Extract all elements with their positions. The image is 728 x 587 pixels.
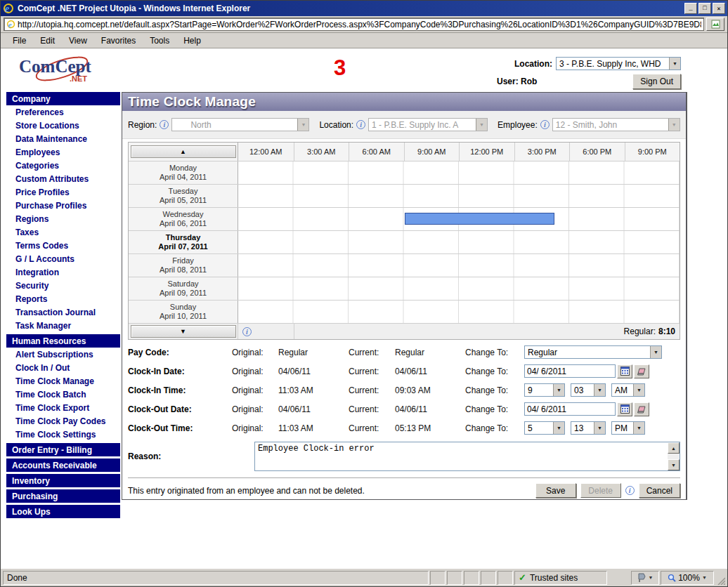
- time-header: 12:00 AM: [238, 143, 294, 161]
- magnifier-icon: [668, 574, 676, 582]
- clock-in-date-clear-button[interactable]: [634, 364, 649, 378]
- location-value: 1 - P.B.E. Supply Inc. A: [369, 120, 476, 130]
- menu-edit[interactable]: Edit: [34, 34, 61, 47]
- menu-view[interactable]: View: [63, 34, 93, 47]
- sidebar-item-data-maintenance[interactable]: Data Maintenance: [6, 132, 120, 145]
- sidebar-item-purchase-profiles[interactable]: Purchase Profiles: [6, 199, 120, 212]
- pay-code-select[interactable]: Regular ▼: [524, 345, 662, 359]
- clock-out-hour-select[interactable]: 5 ▼: [524, 421, 565, 435]
- day-cells[interactable]: [238, 161, 680, 184]
- day-cells[interactable]: [238, 301, 680, 323]
- minimize-button[interactable]: _: [684, 3, 697, 14]
- clock-in-meridiem-value: AM: [612, 385, 633, 395]
- sidebar-item-transaction-journal[interactable]: Transaction Journal: [6, 305, 120, 319]
- sidebar-item-time-clock-pay-codes[interactable]: Time Clock Pay Codes: [6, 414, 120, 428]
- address-field[interactable]: e http://utopia.hq.comcept.net/default.a…: [4, 18, 704, 31]
- page-title: Time Clock Manage: [122, 93, 686, 111]
- scroll-up-icon[interactable]: ▲: [668, 442, 680, 454]
- grid-info-icon[interactable]: i: [242, 327, 252, 336]
- sidebar-item-price-profiles[interactable]: Price Profiles: [6, 185, 120, 199]
- location-info-icon[interactable]: i: [356, 120, 365, 129]
- clock-in-meridiem-select[interactable]: AM ▼: [611, 383, 645, 397]
- chevron-down-icon: ▼: [633, 422, 644, 434]
- clock-in-hour-select[interactable]: 9 ▼: [524, 383, 565, 397]
- day-cells[interactable]: [238, 185, 680, 207]
- sidebar-item-terms-codes[interactable]: Terms Codes: [6, 239, 120, 252]
- scroll-down-icon[interactable]: ▼: [668, 459, 680, 470]
- region-info-icon[interactable]: i: [160, 120, 169, 129]
- menu-file[interactable]: File: [6, 34, 32, 47]
- sidebar-item-time-clock-manage[interactable]: Time Clock Manage: [6, 374, 120, 388]
- reason-textarea[interactable]: Employee Clock-in error: [255, 442, 667, 470]
- previous-week-button[interactable]: ▲: [131, 145, 236, 158]
- maximize-button[interactable]: □: [698, 3, 711, 14]
- sidebar-section-purchasing[interactable]: Purchasing: [6, 489, 120, 503]
- sidebar-section-order-entry-billing[interactable]: Order Entry - Billing: [6, 443, 120, 456]
- address-url[interactable]: http://utopia.hq.comcept.net/default.asp…: [18, 20, 701, 29]
- sidebar-item-reports[interactable]: Reports: [6, 292, 120, 305]
- clock-in-minute-select[interactable]: 03 ▼: [571, 383, 606, 397]
- chevron-down-icon: ▼: [594, 384, 605, 396]
- cancel-button[interactable]: Cancel: [639, 483, 680, 498]
- clock-out-time-current: 05:13 PM: [395, 423, 465, 433]
- sidebar-item-store-locations[interactable]: Store Locations: [6, 119, 120, 132]
- clock-out-date-clear-button[interactable]: [634, 402, 649, 416]
- sidebar-item-taxes[interactable]: Taxes: [6, 225, 120, 239]
- sidebar-item-integration[interactable]: Integration: [6, 265, 120, 279]
- employee-info-icon[interactable]: i: [540, 120, 550, 129]
- clock-out-meridiem-select[interactable]: PM ▼: [611, 421, 645, 435]
- sidebar-section-company[interactable]: Company: [6, 92, 120, 105]
- sign-out-button[interactable]: Sign Out: [632, 74, 681, 89]
- zoom-control[interactable]: 100% ▼: [661, 571, 714, 585]
- sidebar-item-time-clock-export[interactable]: Time Clock Export: [6, 401, 120, 414]
- sidebar-item-preferences[interactable]: Preferences: [6, 105, 120, 119]
- save-button[interactable]: Save: [535, 483, 576, 498]
- sidebar-section-look-ups[interactable]: Look Ups: [6, 505, 120, 518]
- menu-help[interactable]: Help: [177, 34, 207, 47]
- original-label: Original:: [232, 404, 278, 414]
- day-cells[interactable]: [238, 208, 680, 230]
- day-name: Saturday: [129, 279, 238, 289]
- region-select[interactable]: North ▼: [171, 118, 309, 131]
- sidebar-item-time-clock-batch[interactable]: Time Clock Batch: [6, 388, 120, 401]
- go-button[interactable]: [706, 18, 724, 31]
- sidebar-section-inventory[interactable]: Inventory: [6, 474, 120, 487]
- sidebar-item-alert-subscriptions[interactable]: Alert Subscriptions: [6, 348, 120, 361]
- employee-select[interactable]: 12 - Smith, John ▼: [552, 118, 680, 131]
- clock-out-minute-select[interactable]: 13 ▼: [571, 421, 606, 435]
- sidebar-nav: Company Preferences Store Locations Data…: [6, 92, 120, 518]
- clock-out-date-input[interactable]: [524, 402, 616, 416]
- store-location-select[interactable]: 3 - P.B.E. Supply Inc, WHD ▼: [556, 57, 681, 70]
- sidebar-item-task-manager[interactable]: Task Manager: [6, 319, 120, 332]
- sidebar-section-accounts-receivable[interactable]: Accounts Receivable: [6, 459, 120, 472]
- next-week-button[interactable]: ▼: [131, 325, 236, 338]
- sidebar-item-clock-in-out[interactable]: Clock In / Out: [6, 361, 120, 374]
- resize-grip[interactable]: [715, 571, 725, 585]
- menu-favorites[interactable]: Favorites: [95, 34, 142, 47]
- clock-out-calendar-button[interactable]: [617, 402, 632, 416]
- time-entry-bar[interactable]: [405, 213, 555, 225]
- location-select[interactable]: 1 - P.B.E. Supply Inc. A ▼: [368, 118, 488, 131]
- sidebar-item-security[interactable]: Security: [6, 279, 120, 292]
- day-date: April 05, 2011: [129, 196, 238, 205]
- sidebar-item-gl-accounts[interactable]: G / L Accounts: [6, 252, 120, 265]
- delete-info-icon[interactable]: i: [625, 486, 635, 495]
- day-cells[interactable]: [238, 277, 680, 300]
- status-bar: Done ✓ Trusted sites ▼ 100% ▼: [1, 568, 727, 586]
- clock-in-date-input[interactable]: [524, 364, 616, 378]
- sidebar-item-categories[interactable]: Categories: [6, 159, 120, 172]
- clock-in-calendar-button[interactable]: [617, 364, 632, 378]
- day-cells[interactable]: [238, 231, 680, 253]
- clock-in-date-row: Clock-In Date: Original: 04/06/11 Curren…: [128, 362, 680, 381]
- protected-mode-segment[interactable]: ▼: [631, 571, 659, 585]
- sidebar-item-time-clock-settings[interactable]: Time Clock Settings: [6, 428, 120, 441]
- sidebar-item-custom-attributes[interactable]: Custom Attributes: [6, 172, 120, 185]
- sidebar-section-human-resources[interactable]: Human Resources: [6, 334, 120, 348]
- origin-note: This entry originated from an employee a…: [128, 486, 535, 496]
- day-row-wednesday: WednesdayApril 06, 2011: [129, 207, 680, 230]
- close-button[interactable]: ✕: [713, 3, 725, 14]
- sidebar-item-regions[interactable]: Regions: [6, 212, 120, 225]
- sidebar-item-employees[interactable]: Employees: [6, 145, 120, 159]
- day-cells[interactable]: [238, 254, 680, 277]
- menu-tools[interactable]: Tools: [143, 34, 176, 47]
